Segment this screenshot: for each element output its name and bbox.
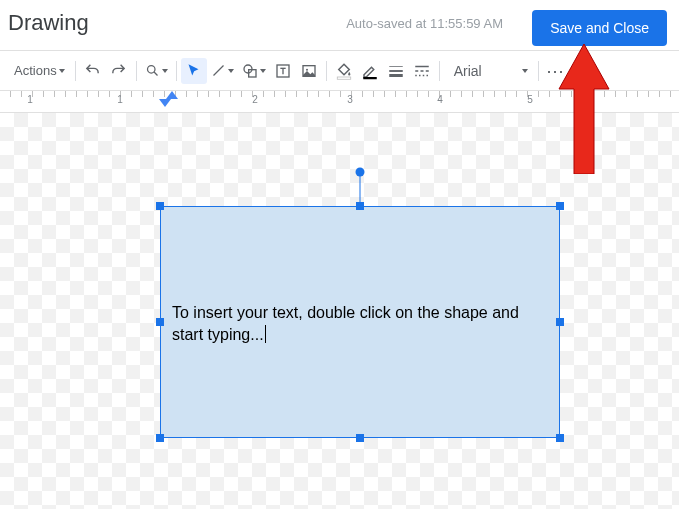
line-tool[interactable]	[207, 58, 238, 84]
more-icon: ⋯	[546, 62, 566, 80]
font-name: Arial	[454, 63, 482, 79]
svg-line-1	[154, 72, 157, 75]
border-dash-button[interactable]	[409, 58, 435, 84]
ruler-number: 2	[252, 94, 258, 105]
line-icon	[211, 63, 226, 78]
resize-handle-n[interactable]	[356, 202, 364, 210]
border-weight-button[interactable]	[383, 58, 409, 84]
chevron-down-icon	[522, 69, 528, 73]
ruler-number: 5	[527, 94, 533, 105]
autosave-status: Auto-saved at 11:55:59 AM	[346, 16, 503, 31]
chevron-down-icon	[162, 69, 168, 73]
resize-handle-w[interactable]	[156, 318, 164, 326]
shapes-icon	[242, 63, 258, 79]
first-line-indent-marker[interactable]	[166, 91, 178, 99]
resize-handle-se[interactable]	[556, 434, 564, 442]
left-indent-marker[interactable]	[159, 99, 171, 107]
drawing-canvas[interactable]: To insert your text, double click on the…	[0, 113, 679, 509]
separator	[439, 61, 440, 81]
chevron-down-icon	[59, 69, 65, 73]
border-weight-icon	[387, 62, 405, 80]
selected-shape[interactable]: To insert your text, double click on the…	[160, 206, 560, 438]
resize-handle-s[interactable]	[356, 434, 364, 442]
save-and-close-button[interactable]: Save and Close	[532, 10, 667, 46]
ruler-number: 3	[347, 94, 353, 105]
separator	[176, 61, 177, 81]
separator	[136, 61, 137, 81]
zoom-menu[interactable]	[141, 58, 172, 84]
svg-line-2	[213, 66, 223, 76]
textbox-tool[interactable]	[270, 58, 296, 84]
border-color-button[interactable]	[357, 58, 383, 84]
fill-color-icon	[335, 62, 353, 80]
svg-rect-11	[363, 77, 377, 79]
toolbar: Actions Arial	[0, 51, 679, 91]
fill-color-button[interactable]	[331, 58, 357, 84]
shape-text-value: To insert your text, double click on the…	[172, 304, 519, 343]
font-picker[interactable]: Arial	[444, 58, 534, 84]
textbox-icon	[275, 63, 291, 79]
separator	[75, 61, 76, 81]
ruler-number: 1	[117, 94, 123, 105]
redo-icon	[110, 62, 127, 79]
chevron-down-icon	[228, 69, 234, 73]
border-color-icon	[361, 62, 379, 80]
actions-menu[interactable]: Actions	[8, 58, 71, 84]
horizontal-ruler[interactable]: 112345	[0, 91, 679, 113]
resize-handle-nw[interactable]	[156, 202, 164, 210]
dialog-title: Drawing	[8, 10, 89, 36]
svg-point-9	[306, 68, 308, 70]
shape-text-content[interactable]: To insert your text, double click on the…	[172, 302, 548, 345]
rotation-handle[interactable]	[356, 168, 365, 177]
resize-handle-sw[interactable]	[156, 434, 164, 442]
svg-rect-10	[337, 77, 351, 79]
svg-rect-4	[248, 69, 255, 76]
undo-icon	[84, 62, 101, 79]
zoom-icon	[145, 63, 160, 78]
separator	[326, 61, 327, 81]
select-tool[interactable]	[181, 58, 207, 84]
resize-handle-ne[interactable]	[556, 202, 564, 210]
border-dash-icon	[413, 62, 431, 80]
image-icon	[301, 63, 317, 79]
actions-label: Actions	[14, 63, 57, 78]
chevron-down-icon	[260, 69, 266, 73]
undo-button[interactable]	[80, 58, 106, 84]
ruler-number: 4	[437, 94, 443, 105]
resize-handle-e[interactable]	[556, 318, 564, 326]
more-button[interactable]: ⋯	[543, 58, 569, 84]
svg-point-0	[147, 66, 155, 74]
redo-button[interactable]	[106, 58, 132, 84]
cursor-icon	[186, 63, 201, 78]
ruler-number: 1	[27, 94, 33, 105]
separator	[538, 61, 539, 81]
text-cursor	[265, 325, 266, 343]
image-tool[interactable]	[296, 58, 322, 84]
shape-tool[interactable]	[238, 58, 270, 84]
